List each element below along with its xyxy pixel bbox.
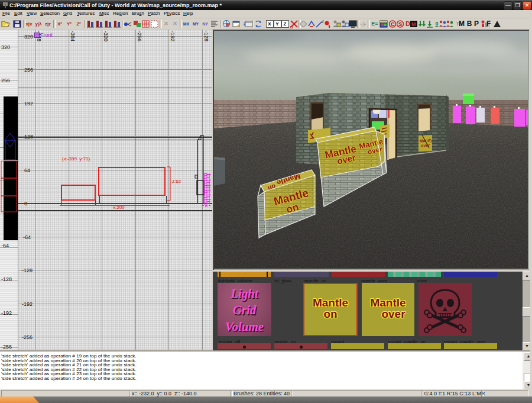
svg-text:S: S: [398, 21, 402, 27]
svg-text:M: M: [411, 21, 416, 27]
svg-text:C: C: [391, 21, 395, 27]
